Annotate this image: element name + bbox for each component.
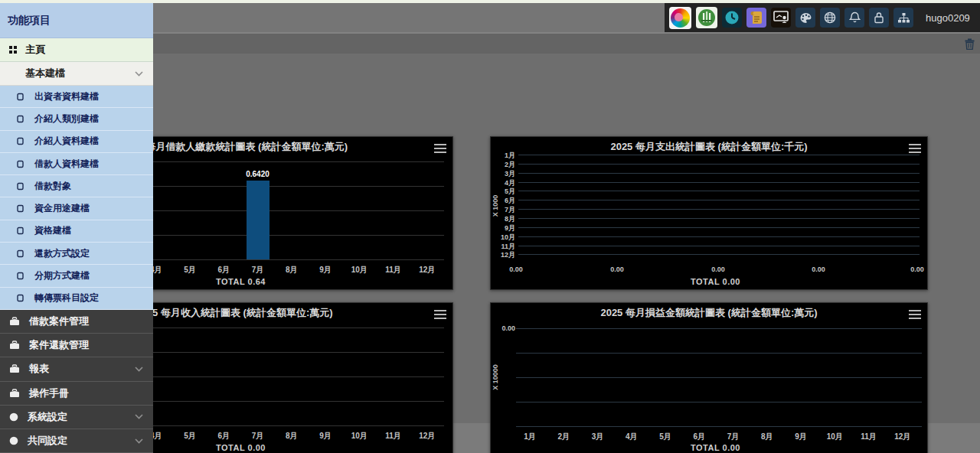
sidebar-item-home[interactable]: 主頁: [0, 38, 153, 62]
x-axis-label: 6月: [693, 432, 705, 442]
sitemap-icon[interactable]: [893, 8, 913, 28]
x-axis-label: 7月: [252, 431, 264, 442]
gridline: [518, 254, 920, 255]
sidebar-item[interactable]: 資金用途建檔: [0, 197, 153, 220]
chart-panel-monthly-expense: 2025 每月支出統計圖表 (統計金額單位:千元)1月2月3月4月5月6月7月8…: [490, 136, 928, 290]
chevron-down-icon: [135, 367, 143, 372]
checkbox-icon: [17, 115, 24, 123]
chart-total-label: TOTAL 0.00: [512, 443, 919, 452]
sidebar-item[interactable]: 借款案件管理: [0, 310, 153, 334]
app-logo-icon[interactable]: [669, 7, 691, 29]
briefcase-icon: [9, 389, 20, 398]
trash-icon[interactable]: [963, 37, 975, 50]
bank-logo-icon[interactable]: [696, 7, 717, 28]
bar-7月: [247, 181, 270, 259]
sidebar-item[interactable]: 出資者資料建檔: [0, 86, 153, 108]
gridline: [516, 402, 922, 402]
sidebar-group-label: 基本建檔: [25, 67, 65, 80]
sidebar-item-label: 借款對象: [34, 180, 71, 193]
checkbox-icon: [17, 226, 24, 235]
sidebar-item[interactable]: 介紹人資料建檔: [0, 131, 153, 153]
palette-icon[interactable]: [795, 8, 815, 28]
gridline: [516, 353, 922, 354]
x-axis-label: 9月: [319, 265, 332, 275]
gridline: [518, 182, 920, 183]
checkbox-icon: [17, 93, 24, 101]
x-axis-label: 2月: [557, 432, 570, 442]
chart-menu-icon[interactable]: [434, 142, 446, 156]
x-axis-label: 4月: [626, 432, 638, 442]
x-axis-label: 5月: [659, 432, 671, 442]
x-axis-label: 10月: [351, 431, 368, 442]
chart-title: 2025 每月支出統計圖表 (統計金額單位:千元): [491, 140, 927, 154]
navbar-right-section: hugo0209 登出: [665, 3, 980, 32]
gridline: [518, 236, 920, 237]
sidebar: 功能項目 主頁 基本建檔 出資者資料建檔介紹人類別建檔介紹人資料建檔借款人資料建…: [0, 0, 153, 453]
sidebar-item-label: 出資者資料建檔: [34, 90, 99, 103]
checkbox-icon: [17, 137, 24, 145]
sidebar-item[interactable]: 還款方式設定: [0, 243, 153, 265]
sidebar-item-label: 報表: [29, 362, 49, 376]
y-axis-label: 12月: [495, 250, 515, 260]
chart-title: 2025 每月損益金額統計圖表 (統計金額單位:萬元): [491, 306, 927, 320]
username-label: hugo0209: [926, 12, 970, 24]
sidebar-item[interactable]: 共同設定: [0, 429, 153, 453]
x-axis-label: 11月: [385, 265, 401, 275]
x-axis-label: 10月: [827, 432, 843, 442]
chart-panel-monthly-profit: 2025 每月損益金額統計圖表 (統計金額單位:萬元)0.001月2月3月4月5…: [490, 302, 928, 453]
x-axis-label: 1月: [524, 432, 536, 442]
chevron-down-icon: [135, 414, 143, 419]
x-axis-tick: 0.00: [910, 266, 924, 273]
y-axis-tick: 0.00: [497, 324, 515, 332]
sidebar-item[interactable]: 介紹人類別建檔: [0, 108, 153, 130]
sidebar-item-label: 轉傳票科目設定: [34, 292, 99, 305]
sidebar-item[interactable]: 轉傳票科目設定: [0, 288, 153, 310]
x-axis-label: 7月: [727, 432, 740, 442]
globe-icon[interactable]: [820, 8, 840, 28]
x-axis-label: 8月: [286, 265, 298, 275]
sidebar-item-label: 系統設定: [28, 410, 67, 424]
x-axis-label: 7月: [252, 265, 264, 275]
scroll-icon[interactable]: [746, 8, 766, 28]
sphere-icon: [9, 436, 18, 445]
checkbox-icon: [17, 160, 24, 168]
sidebar-item[interactable]: 借款人資料建檔: [0, 153, 153, 175]
x-axis-label: 3月: [592, 432, 604, 442]
bell-icon[interactable]: [844, 8, 864, 28]
sidebar-item[interactable]: 資格建檔: [0, 220, 153, 243]
clock-icon[interactable]: [722, 8, 742, 28]
sphere-icon: [9, 412, 18, 422]
sidebar-item[interactable]: 報表: [0, 357, 153, 381]
grid-icon: [9, 46, 17, 54]
x-axis-label: 5月: [184, 431, 196, 442]
sidebar-item-label: 資格建檔: [34, 224, 71, 237]
x-axis-label: 11月: [861, 432, 877, 442]
sidebar-title: 功能項目: [0, 3, 153, 38]
sidebar-group-basic[interactable]: 基本建檔: [0, 62, 153, 86]
x-axis-label: 5月: [184, 265, 196, 275]
chevron-down-icon: [135, 71, 143, 77]
x-axis-label: 10月: [351, 265, 368, 275]
gridline: [518, 164, 920, 165]
gridline: [516, 377, 922, 378]
sidebar-item-label: 還款方式設定: [34, 247, 90, 260]
sidebar-item[interactable]: 借款對象: [0, 175, 153, 197]
presentation-icon[interactable]: [771, 8, 791, 28]
x-axis-tick: 0.00: [610, 266, 624, 273]
briefcase-icon: [9, 364, 20, 373]
sidebar-item-label: 共同設定: [28, 434, 67, 448]
checkbox-icon: [17, 294, 24, 302]
chart-menu-icon[interactable]: [434, 308, 446, 322]
gridline: [518, 173, 920, 174]
sidebar-manage-list: 借款案件管理案件還款管理報表操作手冊系統設定共同設定: [0, 310, 153, 453]
sidebar-item[interactable]: 操作手冊: [0, 382, 153, 406]
sidebar-item[interactable]: 分期方式建檔: [0, 265, 153, 287]
sidebar-item[interactable]: 系統設定: [0, 406, 153, 429]
checkbox-icon: [17, 204, 24, 213]
sidebar-item[interactable]: 案件還款管理: [0, 334, 153, 357]
lock-icon[interactable]: [869, 8, 889, 28]
x-axis-label: 11月: [385, 431, 401, 442]
chart-menu-icon[interactable]: [909, 308, 921, 322]
x-axis-tick: 0.00: [812, 266, 825, 273]
x-axis-label: 6月: [217, 265, 230, 275]
